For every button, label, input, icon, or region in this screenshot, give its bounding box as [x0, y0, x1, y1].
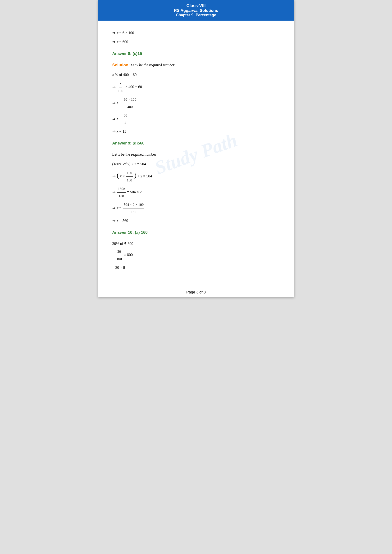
page-footer: Page 3 of 8 [98, 287, 294, 297]
answer9-label: Answer 9: (d)560 [112, 141, 280, 146]
header-class: Class-VIII [103, 3, 289, 8]
eq9-line5: ⇒ x = 560 [112, 217, 280, 225]
page: Class-VIII RS Aggarwal Solutions Chapter… [98, 0, 294, 297]
eq9-line3: ⇒ 180x 100 = 504 × 2 [112, 185, 280, 200]
page-number: Page 3 of 8 [186, 290, 206, 294]
page-header: Class-VIII RS Aggarwal Solutions Chapter… [98, 0, 294, 21]
answer9-section: Answer 9: (d)560 [112, 141, 280, 146]
eq9-line4: ⇒ x = 504 × 2 × 100 180 [112, 201, 280, 215]
eq8-line5: ⇒ x = 15 [112, 128, 280, 135]
header-title: RS Aggarwal Solutions [103, 8, 289, 13]
page-content: Study Path ⇒ x = 6 × 100 ⇒ x = 600 Answe… [98, 21, 294, 287]
answer8-section: Answer 8: (c)15 [112, 51, 280, 56]
solution9-intro: Let x be the required number [112, 151, 280, 158]
solution8-intro: Solution: Let x be the required number [112, 62, 280, 68]
eq8-line2: ⇒ x 100 × 400 = 60 [112, 80, 280, 95]
answer10-label: Answer 10: (a) 160 [112, 230, 280, 235]
eq8-line1: x % of 400 = 60 [112, 71, 280, 79]
eq10-line1: = 20 100 × 800 [112, 248, 280, 263]
eq8-line4: ⇒ x = 60 4 [112, 112, 280, 126]
eq9-line2: ⇒ ( x × 180 100 ) ÷ 2 = 504 [112, 169, 280, 184]
eq10-line2: = 20 × 8 [112, 264, 280, 271]
eq8-line3: ⇒ x = 60 × 100 400 [112, 96, 280, 110]
intro-line-1: ⇒ x = 6 × 100 [112, 29, 280, 37]
eq9-line1: (180% of x) ÷ 2 = 504 [112, 160, 280, 168]
intro-line-2: ⇒ x = 600 [112, 38, 280, 46]
math-content: ⇒ x = 6 × 100 ⇒ x = 600 Answer 8: (c)15 … [112, 29, 280, 271]
solution10-section: 20% of ₹ 800 = 20 100 × 800 = 20 × 8 [112, 241, 280, 272]
solution10-intro: 20% of ₹ 800 [112, 241, 280, 247]
answer8-label: Answer 8: (c)15 [112, 51, 280, 56]
header-chapter: Chapter 9: Percentage [103, 13, 289, 17]
solution8-section: Solution: Let x be the required number x… [112, 62, 280, 135]
answer10-section: Answer 10: (a) 160 [112, 230, 280, 235]
solution9-section: Let x be the required number (180% of x)… [112, 151, 280, 225]
